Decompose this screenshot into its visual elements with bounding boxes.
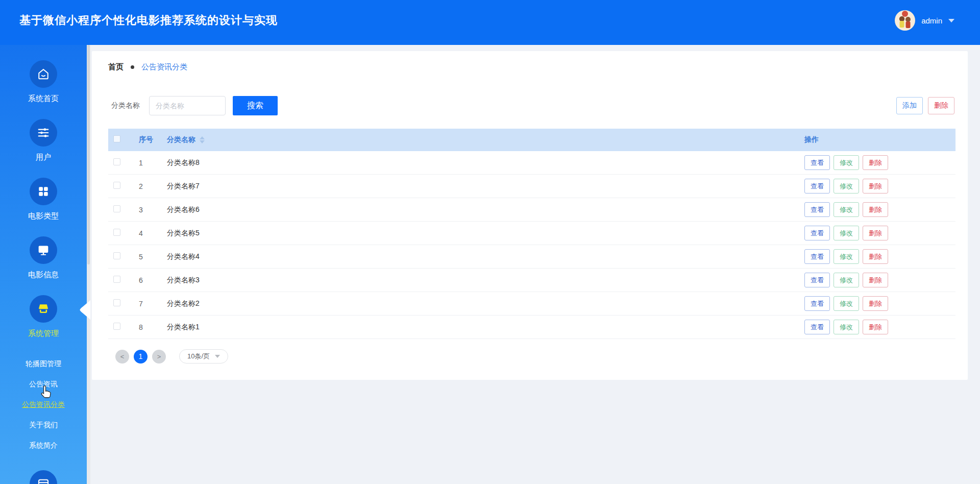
row-delete-button[interactable]: 删除: [863, 320, 888, 334]
edit-button[interactable]: 修改: [834, 320, 859, 334]
row-index: 3: [134, 206, 162, 214]
breadcrumb-dot-icon: [131, 65, 134, 69]
sidebar-item-label: 电影信息: [28, 270, 59, 280]
shop-icon: [30, 295, 57, 323]
row-delete-button[interactable]: 删除: [863, 296, 888, 311]
view-button[interactable]: 查看: [804, 249, 830, 264]
monitor-icon: [30, 236, 57, 264]
row-checkbox[interactable]: [113, 299, 120, 306]
view-button[interactable]: 查看: [804, 179, 830, 193]
chevron-down-icon: [215, 355, 220, 358]
breadcrumb-home: 首页: [108, 62, 124, 72]
sidebar-subitem-1[interactable]: 公告资讯: [0, 374, 87, 395]
add-button[interactable]: 添加: [896, 97, 923, 114]
row-index: 4: [134, 229, 162, 237]
user-name: admin: [921, 16, 942, 25]
search-button[interactable]: 搜索: [233, 96, 278, 115]
row-checkbox[interactable]: [113, 158, 120, 165]
category-table: 序号 分类名称 操作 1分类名称8查看修改删除2分类名称7查看修改删除3分类名称…: [108, 129, 955, 339]
view-button[interactable]: 查看: [804, 296, 830, 311]
avatar[interactable]: [895, 10, 915, 31]
edit-button[interactable]: 修改: [834, 179, 859, 193]
edit-button[interactable]: 修改: [834, 202, 859, 217]
row-checkbox[interactable]: [113, 229, 120, 236]
edit-button[interactable]: 修改: [834, 273, 859, 287]
row-actions: 查看修改删除: [804, 320, 955, 334]
row-checkbox[interactable]: [113, 252, 120, 259]
pagination: < 1 > 10条/页: [115, 349, 228, 364]
table-row: 2分类名称7查看修改删除: [108, 175, 955, 198]
table-header-row: 序号 分类名称 操作: [108, 129, 955, 151]
row-delete-button[interactable]: 删除: [863, 179, 888, 193]
table-row: 7分类名称2查看修改删除: [108, 292, 955, 316]
page-size-select[interactable]: 10条/页: [179, 349, 228, 364]
col-header-index: 序号: [134, 135, 162, 144]
prev-page-button[interactable]: <: [115, 350, 129, 364]
sort-icon[interactable]: [200, 136, 205, 143]
sidebar-subitem-4[interactable]: 系统简介: [0, 435, 87, 456]
delete-button[interactable]: 删除: [928, 97, 954, 114]
view-button[interactable]: 查看: [804, 202, 830, 217]
sidebar-item-3[interactable]: 电影信息: [0, 236, 87, 280]
sidebar-scrollbar[interactable]: [87, 45, 90, 484]
search-form: 分类名称 搜索: [111, 96, 278, 115]
view-button[interactable]: 查看: [804, 273, 830, 287]
current-page-button[interactable]: 1: [134, 350, 148, 364]
row-checkbox[interactable]: [113, 323, 120, 330]
sidebar-subitem-3[interactable]: 关于我们: [0, 415, 87, 435]
table-body: 1分类名称8查看修改删除2分类名称7查看修改删除3分类名称6查看修改删除4分类名…: [108, 151, 955, 339]
table-row: 6分类名称3查看修改删除: [108, 269, 955, 292]
row-delete-button[interactable]: 删除: [863, 226, 888, 240]
col-header-actions: 操作: [804, 135, 955, 144]
breadcrumb-current[interactable]: 公告资讯分类: [141, 62, 187, 72]
table-row: 1分类名称8查看修改删除: [108, 151, 955, 175]
sidebar-item-1[interactable]: 用户: [0, 119, 87, 162]
row-actions: 查看修改删除: [804, 249, 955, 264]
sidebar-subitem-0[interactable]: 轮播图管理: [0, 354, 87, 374]
page-size-value: 10条/页: [187, 352, 210, 361]
col-header-name: 分类名称: [162, 135, 804, 144]
row-category-name: 分类名称8: [162, 158, 804, 167]
grid-icon: [30, 178, 57, 205]
row-category-name: 分类名称5: [162, 229, 804, 238]
table-row: 8分类名称1查看修改删除: [108, 316, 955, 339]
content-card: 首页 公告资讯分类 分类名称 搜索 添加 删除 序号 分类名称 操作 1分类名称…: [92, 51, 968, 380]
view-button[interactable]: 查看: [804, 226, 830, 240]
row-category-name: 分类名称6: [162, 205, 804, 214]
sidebar-subitem-2[interactable]: 公告资讯分类: [0, 395, 87, 415]
edit-button[interactable]: 修改: [834, 155, 859, 170]
sliders-icon: [30, 119, 57, 147]
row-index: 2: [134, 182, 162, 190]
view-button[interactable]: 查看: [804, 320, 830, 334]
archive-icon[interactable]: [30, 470, 57, 484]
next-page-button[interactable]: >: [152, 350, 166, 364]
col-header-name-label: 分类名称: [167, 135, 195, 144]
row-category-name: 分类名称2: [162, 299, 804, 308]
breadcrumb: 首页 公告资讯分类: [108, 62, 187, 72]
edit-button[interactable]: 修改: [834, 296, 859, 311]
row-actions: 查看修改删除: [804, 273, 955, 287]
row-checkbox[interactable]: [113, 205, 120, 212]
sidebar-item-label: 用户: [36, 153, 51, 162]
sidebar-main-nav: 系统首页用户电影类型电影信息系统管理: [0, 45, 87, 338]
edit-button[interactable]: 修改: [834, 226, 859, 240]
sidebar-item-label: 系统首页: [28, 94, 59, 104]
row-actions: 查看修改删除: [804, 226, 955, 240]
row-index: 5: [134, 253, 162, 261]
row-checkbox[interactable]: [113, 276, 120, 283]
row-delete-button[interactable]: 删除: [863, 202, 888, 217]
row-delete-button[interactable]: 删除: [863, 249, 888, 264]
row-checkbox[interactable]: [113, 182, 120, 189]
search-input[interactable]: [149, 96, 226, 115]
sidebar-item-0[interactable]: 系统首页: [0, 60, 87, 104]
user-menu[interactable]: admin: [895, 9, 954, 32]
sidebar-item-4[interactable]: 系统管理: [0, 295, 87, 338]
row-delete-button[interactable]: 删除: [863, 273, 888, 287]
top-header: 基于微信小程序个性化电影推荐系统的设计与实现 admin: [0, 0, 980, 45]
row-delete-button[interactable]: 删除: [863, 155, 888, 170]
sidebar-item-2[interactable]: 电影类型: [0, 178, 87, 221]
edit-button[interactable]: 修改: [834, 249, 859, 264]
select-all-checkbox[interactable]: [113, 135, 120, 142]
view-button[interactable]: 查看: [804, 155, 830, 170]
home-icon: [30, 60, 57, 88]
